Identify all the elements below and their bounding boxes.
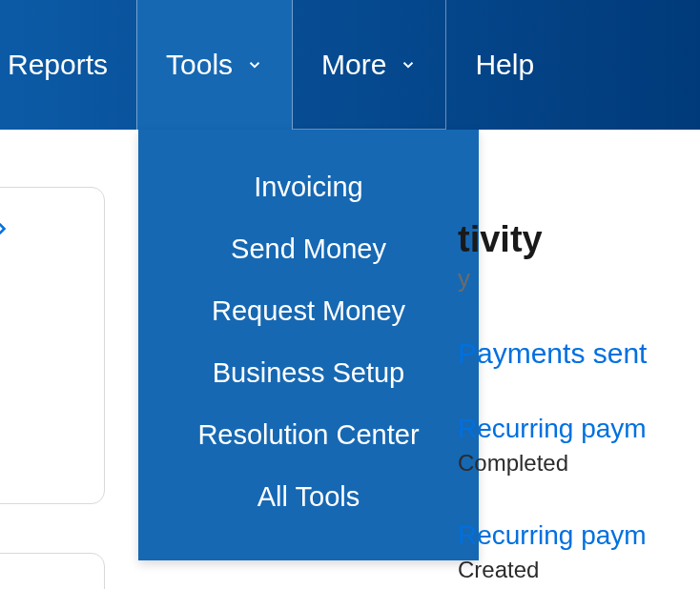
nav-reports-label: Reports (8, 49, 108, 81)
nav-help[interactable]: Help (446, 0, 563, 130)
left-card: re (0, 187, 105, 504)
nav-help-label: Help (475, 49, 534, 81)
chevron-down-icon (246, 56, 263, 73)
chevron-right-icon (0, 214, 11, 245)
activity-item: Recurring paym Completed (458, 414, 700, 477)
dropdown-item-invoicing[interactable]: Invoicing (138, 156, 479, 218)
activity-status: Created (458, 557, 700, 583)
left-card-2 (0, 553, 105, 589)
activity-title[interactable]: Recurring paym (458, 414, 700, 444)
left-card-more-link[interactable]: re (0, 214, 11, 245)
page-title: tivity (458, 219, 700, 260)
dropdown-item-all-tools[interactable]: All Tools (138, 466, 479, 528)
activity-title[interactable]: Recurring paym (458, 520, 700, 551)
top-nav: Reports Tools More Help (0, 0, 700, 130)
main-content: tivity y Payments sent Recurring paym Co… (458, 219, 700, 583)
nav-tools[interactable]: Tools (136, 0, 293, 130)
dropdown-item-business-setup[interactable]: Business Setup (138, 342, 479, 404)
dropdown-item-resolution-center[interactable]: Resolution Center (138, 404, 479, 466)
page-subtitle: y (458, 264, 700, 294)
nav-more-label: More (321, 49, 386, 81)
dropdown-item-request-money[interactable]: Request Money (138, 280, 479, 342)
nav-reports[interactable]: Reports (0, 0, 136, 130)
nav-more[interactable]: More (293, 0, 446, 130)
tab-payments-sent[interactable]: Payments sent (458, 337, 700, 370)
activity-status: Completed (458, 450, 700, 477)
dropdown-item-send-money[interactable]: Send Money (138, 218, 479, 280)
activity-item: Recurring paym Created (458, 520, 700, 583)
nav-tools-label: Tools (166, 49, 233, 81)
tools-dropdown: Invoicing Send Money Request Money Busin… (138, 130, 479, 560)
chevron-down-icon (400, 56, 417, 73)
